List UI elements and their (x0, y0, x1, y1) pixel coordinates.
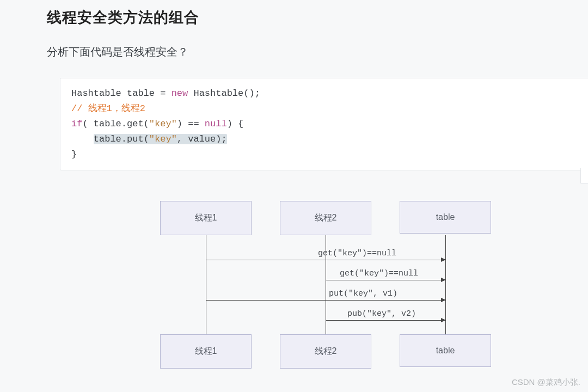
code-l1-kw: new (171, 88, 188, 99)
arrow-2 (326, 280, 445, 280)
code-l3a: if (71, 119, 82, 129)
code-l4b: , value); (177, 134, 227, 144)
code-l3b: ( table.get( (82, 119, 149, 129)
code-l3s: "key" (149, 119, 177, 129)
vline-1 (206, 235, 206, 334)
code-wrap: Hashtable table = new Hashtable(); // 线程… (47, 78, 588, 170)
sequence-diagram: 线程1 线程2 table get("key")==null get("key"… (160, 201, 498, 370)
code-l2: // 线程1，线程2 (71, 103, 145, 114)
arrow-1 (206, 260, 445, 260)
code-l1b: Hashtable(); (188, 88, 260, 99)
page-title: 线程安全类方法的组合 (47, 8, 588, 27)
language-tag: java (580, 168, 588, 183)
arrow-1-label: get("key")==null (318, 249, 396, 258)
arrow-4-label: pub("key", v2) (347, 309, 416, 318)
lifeline-table-bottom: table (400, 334, 491, 367)
watermark: CSDN @菜鸡小张. (512, 377, 580, 388)
arrow-2-label: get("key")==null (340, 269, 418, 278)
code-l4a: table.put( (94, 134, 149, 144)
arrow-3 (206, 300, 445, 301)
lifeline-thread1-top: 线程1 (160, 201, 252, 235)
arrow-3-label: put("key", v1) (329, 289, 397, 298)
arrow-4 (326, 320, 445, 321)
code-l3kw2: null (205, 119, 227, 129)
lifeline-table-top: table (400, 201, 491, 234)
code-l3d: ) { (227, 119, 244, 129)
code-l4s: "key" (149, 134, 177, 144)
code-l5: } (71, 149, 77, 160)
code-l1a: Hashtable table = (71, 88, 171, 99)
question-text: 分析下面代码是否线程安全？ (47, 45, 588, 59)
lifeline-thread2-top: 线程2 (280, 201, 371, 235)
lifeline-thread2-bottom: 线程2 (280, 334, 371, 369)
code-l3c: ) == (177, 119, 205, 129)
lifeline-thread1-bottom: 线程1 (160, 334, 252, 369)
code-block: Hashtable table = new Hashtable(); // 线程… (60, 78, 588, 170)
